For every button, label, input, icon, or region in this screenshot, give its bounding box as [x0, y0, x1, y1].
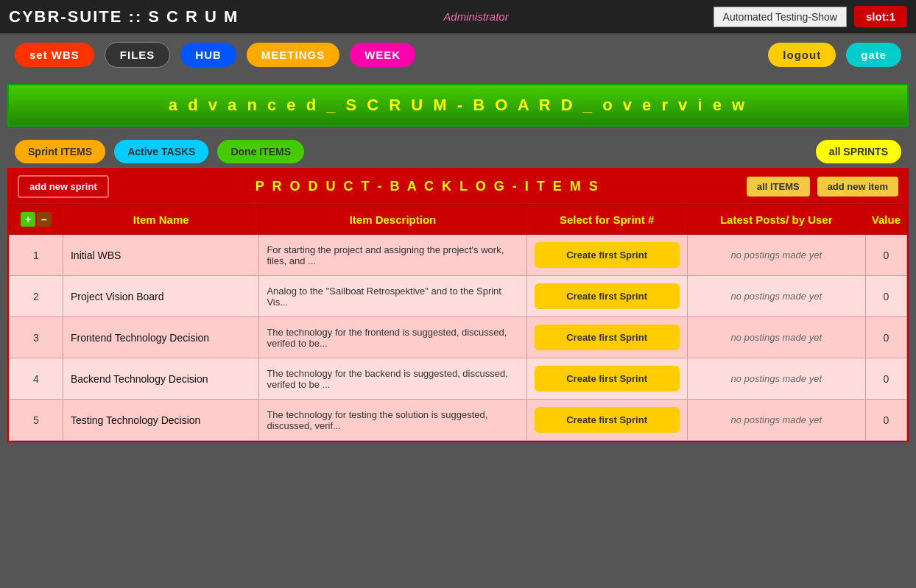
- td-value: 0: [865, 235, 906, 276]
- td-value: 0: [865, 317, 906, 358]
- td-item-description: The technology for the backend is sugges…: [259, 358, 526, 400]
- header: CYBR-SUITE :: S C R U M Administrator Au…: [0, 0, 916, 35]
- td-sprint-select: Create first Sprint: [526, 235, 687, 276]
- plus-minus-controls: + –: [21, 212, 52, 227]
- th-item-name: Item Name: [63, 205, 258, 235]
- th-latest-posts: Latest Posts/ by User: [687, 205, 865, 235]
- td-posts: no postings made yet: [687, 400, 865, 441]
- minus-button[interactable]: –: [37, 212, 52, 227]
- td-posts: no postings made yet: [687, 317, 865, 358]
- action-bar: Sprint ITEMS Active TASKS Done ITEMS all…: [0, 135, 916, 168]
- table-row: 1 Initial WBS For starting the project a…: [10, 235, 907, 276]
- td-row-index: 1: [10, 235, 63, 276]
- td-item-description: The technology for testing the solution …: [259, 400, 526, 441]
- backlog-table: + – Item Name Item Description Select fo…: [9, 204, 907, 441]
- th-value: Value: [865, 205, 906, 235]
- td-item-description: For starting the project and assigning t…: [259, 235, 526, 276]
- hub-button[interactable]: HUB: [180, 43, 236, 67]
- meetings-button[interactable]: MEETINGS: [247, 43, 339, 67]
- create-sprint-button[interactable]: Create first Sprint: [535, 407, 680, 433]
- td-sprint-select: Create first Sprint: [526, 276, 687, 317]
- th-add-col: + –: [10, 205, 63, 235]
- td-item-name: Initial WBS: [63, 235, 258, 276]
- tab-sprint-items[interactable]: Sprint ITEMS: [15, 140, 105, 163]
- td-item-name: Backend Technology Decision: [63, 358, 258, 400]
- td-item-description: Analog to the "Sailboat Retrospektive" a…: [259, 276, 526, 317]
- logout-button[interactable]: logout: [768, 43, 836, 67]
- tab-active-tasks[interactable]: Active TASKS: [114, 140, 208, 163]
- td-sprint-select: Create first Sprint: [526, 400, 687, 441]
- td-posts: no postings made yet: [687, 358, 865, 400]
- td-item-name: Project Vision Board: [63, 276, 258, 317]
- create-sprint-button[interactable]: Create first Sprint: [535, 366, 680, 392]
- tab-done-items[interactable]: Done ITEMS: [217, 140, 304, 163]
- week-button[interactable]: WEEK: [350, 43, 415, 67]
- td-posts: no postings made yet: [687, 235, 865, 276]
- banner: a d v a n c e d _ S C R U M - B O A R D …: [7, 84, 909, 127]
- add-sprint-button[interactable]: add new sprint: [18, 175, 109, 198]
- create-sprint-button[interactable]: Create first Sprint: [535, 283, 680, 309]
- td-value: 0: [865, 400, 906, 441]
- plus-button[interactable]: +: [21, 212, 35, 227]
- th-item-description: Item Description: [259, 205, 526, 235]
- td-item-name: Frontend Technology Decision: [63, 317, 258, 358]
- tab-all-sprints[interactable]: all SPRINTS: [816, 140, 901, 163]
- files-button[interactable]: FILES: [105, 42, 171, 68]
- table-row: 5 Testing Technology Decision The techno…: [10, 400, 907, 441]
- td-row-index: 3: [10, 317, 63, 358]
- td-sprint-select: Create first Sprint: [526, 317, 687, 358]
- set-wbs-button[interactable]: set WBS: [15, 43, 94, 67]
- app-title: CYBR-SUITE :: S C R U M: [9, 7, 239, 26]
- backlog-header: add new sprint P R O D U C T - B A C K L…: [9, 169, 907, 204]
- td-posts: no postings made yet: [687, 276, 865, 317]
- td-value: 0: [865, 358, 906, 400]
- project-name-box: Automated Testing-Show: [714, 7, 847, 27]
- banner-text: a d v a n c e d _ S C R U M - B O A R D …: [169, 96, 747, 114]
- td-value: 0: [865, 276, 906, 317]
- backlog-section: add new sprint P R O D U C T - B A C K L…: [7, 168, 909, 442]
- th-select-sprint: Select for Sprint #: [526, 205, 687, 235]
- td-item-description: The technology for the frontend is sugge…: [259, 317, 526, 358]
- navbar: set WBS FILES HUB MEETINGS WEEK logout g…: [0, 35, 916, 75]
- backlog-title: P R O D U C T - B A C K L O G - I T E M …: [116, 179, 739, 194]
- admin-label: Administrator: [246, 10, 705, 23]
- td-sprint-select: Create first Sprint: [526, 358, 687, 400]
- table-row: 2 Project Vision Board Analog to the "Sa…: [10, 276, 907, 317]
- td-item-name: Testing Technology Decision: [63, 400, 258, 441]
- slot-button[interactable]: slot:1: [854, 6, 907, 27]
- create-sprint-button[interactable]: Create first Sprint: [535, 325, 680, 350]
- td-row-index: 5: [10, 400, 63, 441]
- table-row: 4 Backend Technology Decision The techno…: [10, 358, 907, 400]
- td-row-index: 4: [10, 358, 63, 400]
- table-row: 3 Frontend Technology Decision The techn…: [10, 317, 907, 358]
- backlog-tbody: 1 Initial WBS For starting the project a…: [10, 235, 907, 441]
- all-items-button[interactable]: all ITEMS: [747, 177, 810, 196]
- gate-button[interactable]: gate: [846, 43, 901, 67]
- add-item-button[interactable]: add new item: [817, 177, 898, 196]
- td-row-index: 2: [10, 276, 63, 317]
- table-header-row: + – Item Name Item Description Select fo…: [10, 205, 907, 235]
- create-sprint-button[interactable]: Create first Sprint: [535, 242, 680, 268]
